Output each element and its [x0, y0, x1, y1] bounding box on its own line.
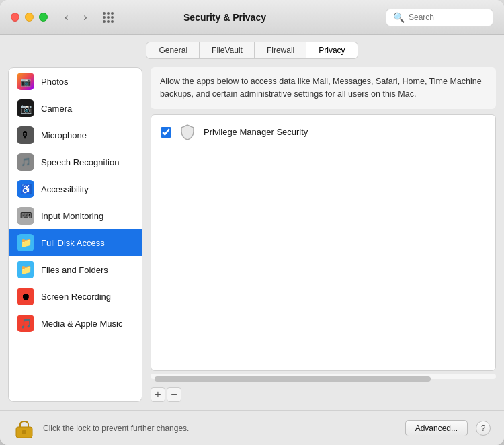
- search-box[interactable]: 🔍: [386, 9, 493, 26]
- shield-icon: [178, 123, 197, 142]
- sidebar-item-accessibility[interactable]: ♿ Accessibility: [9, 175, 142, 202]
- screenrecording-icon: ⏺: [17, 288, 34, 305]
- window-title: Security & Privacy: [64, 12, 386, 23]
- app-name-privilege: Privilege Manager Security: [204, 127, 308, 137]
- main-content-panel: Allow the apps below to access data like…: [151, 67, 496, 402]
- content-area: 📷 Photos 📷 Camera 🎙 Microphone 🎵 Speech …: [0, 59, 504, 410]
- app-list: Privilege Manager Security: [151, 114, 496, 372]
- music-icon: 🎵: [17, 315, 34, 332]
- sidebar-item-microphone[interactable]: 🎙 Microphone: [9, 122, 142, 149]
- traffic-lights: [11, 13, 48, 22]
- scrollbar-thumb[interactable]: [155, 376, 431, 382]
- sidebar-item-music[interactable]: 🎵 Media & Apple Music: [9, 310, 142, 337]
- titlebar: ‹ › Security & Privacy 🔍: [0, 0, 504, 35]
- photos-icon: 📷: [17, 73, 34, 90]
- sidebar-item-speech[interactable]: 🎵 Speech Recognition: [9, 149, 142, 175]
- sidebar-label-speech: Speech Recognition: [41, 157, 119, 167]
- bottom-bar: Click the lock to prevent further change…: [0, 410, 504, 445]
- sidebar-label-camera: Camera: [41, 104, 72, 114]
- main-window: ‹ › Security & Privacy 🔍 General FileVau…: [0, 0, 504, 445]
- tab-privacy[interactable]: Privacy: [306, 42, 358, 59]
- camera-icon: 📷: [17, 99, 34, 117]
- sidebar-item-filesfolders[interactable]: 📁 Files and Folders: [9, 256, 142, 283]
- list-item: Privilege Manager Security: [155, 119, 491, 146]
- sidebar-item-screenrecording[interactable]: ⏺ Screen Recording: [9, 283, 142, 310]
- add-button[interactable]: +: [151, 387, 165, 402]
- sidebar: 📷 Photos 📷 Camera 🎙 Microphone 🎵 Speech …: [8, 67, 142, 402]
- input-icon: ⌨: [17, 207, 34, 225]
- advanced-button[interactable]: Advanced...: [405, 420, 468, 436]
- search-input[interactable]: [409, 13, 486, 22]
- speech-icon: 🎵: [17, 153, 34, 171]
- description-text: Allow the apps below to access data like…: [151, 67, 496, 109]
- maximize-button[interactable]: [39, 13, 48, 22]
- app-checkbox-privilege[interactable]: [161, 127, 171, 138]
- sidebar-item-input[interactable]: ⌨ Input Monitoring: [9, 202, 142, 229]
- remove-button[interactable]: −: [167, 387, 181, 402]
- sidebar-label-screenrecording: Screen Recording: [41, 292, 111, 302]
- sidebar-item-photos[interactable]: 📷 Photos: [9, 68, 142, 95]
- microphone-icon: 🎙: [17, 126, 34, 144]
- list-controls: + −: [151, 387, 496, 402]
- sidebar-label-accessibility: Accessibility: [41, 184, 89, 194]
- lock-icon: [15, 417, 34, 439]
- sidebar-label-microphone: Microphone: [41, 130, 87, 140]
- sidebar-item-camera[interactable]: 📷 Camera: [9, 95, 142, 122]
- minimize-button[interactable]: [25, 13, 34, 22]
- sidebar-item-fulldisk[interactable]: 📁 Full Disk Access: [9, 229, 142, 256]
- sidebar-label-input: Input Monitoring: [41, 211, 103, 221]
- sidebar-label-fulldisk: Full Disk Access: [41, 238, 105, 248]
- tab-filevault[interactable]: FileVault: [199, 42, 255, 59]
- svg-rect-1: [22, 430, 26, 434]
- lock-button[interactable]: [13, 417, 35, 439]
- help-button[interactable]: ?: [476, 421, 491, 436]
- search-icon: 🔍: [393, 12, 405, 23]
- lock-message: Click the lock to prevent further change…: [43, 423, 397, 433]
- sidebar-label-photos: Photos: [41, 77, 68, 87]
- accessibility-icon: ♿: [17, 180, 34, 198]
- close-button[interactable]: [11, 13, 19, 22]
- sidebar-label-music: Media & Apple Music: [41, 319, 122, 329]
- fulldisk-icon: 📁: [17, 234, 34, 251]
- filesfolders-icon: 📁: [17, 261, 34, 278]
- tab-general[interactable]: General: [146, 42, 200, 59]
- tab-firewall[interactable]: Firewall: [254, 42, 307, 59]
- sidebar-label-filesfolders: Files and Folders: [41, 265, 108, 275]
- tabs-row: General FileVault Firewall Privacy: [0, 35, 504, 59]
